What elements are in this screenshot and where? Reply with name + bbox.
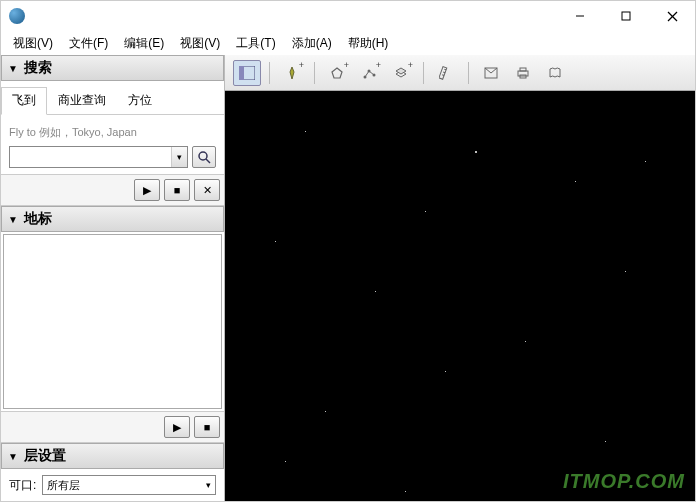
add-path-button[interactable]: + xyxy=(355,60,383,86)
print-icon xyxy=(516,66,530,80)
places-stop-button[interactable]: ■ xyxy=(194,416,220,438)
search-panel-header[interactable]: ▼ 搜索 xyxy=(1,55,224,81)
menu-view2[interactable]: 视图(V) xyxy=(172,33,228,54)
ruler-icon xyxy=(439,66,453,80)
app-icon xyxy=(9,8,25,24)
earth-viewport[interactable]: ITMOP.COM xyxy=(225,91,695,501)
flyto-label: Fly to 例如，Tokyo, Japan xyxy=(9,125,216,140)
svg-point-4 xyxy=(199,152,207,160)
places-play-button[interactable]: ▶ xyxy=(164,416,190,438)
svg-rect-12 xyxy=(439,66,447,79)
watermark: ITMOP.COM xyxy=(563,470,685,493)
print-button[interactable] xyxy=(509,60,537,86)
book-icon xyxy=(548,66,562,80)
layer-select-value: 所有层 xyxy=(47,478,80,493)
panel-icon xyxy=(239,66,255,80)
overlay-icon xyxy=(394,66,408,80)
menu-add[interactable]: 添加(A) xyxy=(284,33,340,54)
layers-panel-title: 层设置 xyxy=(24,447,66,465)
chevron-down-icon: ▾ xyxy=(206,480,211,490)
polygon-icon xyxy=(330,66,344,80)
add-overlay-button[interactable]: + xyxy=(387,60,415,86)
mail-icon xyxy=(484,67,498,79)
menu-help[interactable]: 帮助(H) xyxy=(340,33,397,54)
menu-file[interactable]: 文件(F) xyxy=(61,33,116,54)
svg-line-15 xyxy=(442,74,444,75)
web-button[interactable] xyxy=(541,60,569,86)
email-button[interactable] xyxy=(477,60,505,86)
collapse-icon: ▼ xyxy=(8,214,18,225)
add-polygon-button[interactable]: + xyxy=(323,60,351,86)
collapse-icon: ▼ xyxy=(8,63,18,74)
svg-rect-1 xyxy=(622,12,630,20)
tab-business[interactable]: 商业查询 xyxy=(47,87,117,114)
svg-rect-18 xyxy=(520,68,526,71)
flyto-dropdown-button[interactable]: ▾ xyxy=(171,147,187,167)
add-placemark-button[interactable]: + xyxy=(278,60,306,86)
menubar: 视图(V) 文件(F) 编辑(E) 视图(V) 工具(T) 添加(A) 帮助(H… xyxy=(1,31,695,55)
layer-visibility-label: 可口: xyxy=(9,477,36,494)
pin-icon xyxy=(285,66,299,80)
minimize-button[interactable] xyxy=(557,1,603,31)
layer-select[interactable]: 所有层 ▾ xyxy=(42,475,216,495)
menu-tools[interactable]: 工具(T) xyxy=(228,33,283,54)
search-icon xyxy=(197,150,211,164)
layers-panel-header[interactable]: ▼ 层设置 xyxy=(1,443,224,469)
svg-line-5 xyxy=(206,159,210,163)
ruler-button[interactable] xyxy=(432,60,460,86)
collapse-icon: ▼ xyxy=(8,451,18,462)
path-icon xyxy=(362,66,376,80)
svg-marker-8 xyxy=(332,68,342,78)
menu-edit[interactable]: 编辑(E) xyxy=(116,33,172,54)
places-panel-title: 地标 xyxy=(24,210,52,228)
sidebar: ▼ 搜索 飞到 商业查询 方位 Fly to 例如，Tokyo, Japan ▾… xyxy=(1,55,225,501)
maximize-button[interactable] xyxy=(603,1,649,31)
clear-button[interactable]: ✕ xyxy=(194,179,220,201)
places-panel-header[interactable]: ▼ 地标 xyxy=(1,206,224,232)
play-button[interactable]: ▶ xyxy=(134,179,160,201)
close-button[interactable] xyxy=(649,1,695,31)
stop-button[interactable]: ■ xyxy=(164,179,190,201)
search-button[interactable] xyxy=(192,146,216,168)
search-panel-title: 搜索 xyxy=(24,59,52,77)
svg-rect-7 xyxy=(239,66,244,80)
tab-flyto[interactable]: 飞到 xyxy=(1,87,47,115)
sidebar-toggle-button[interactable] xyxy=(233,60,261,86)
svg-line-13 xyxy=(444,69,446,70)
svg-line-14 xyxy=(443,71,445,72)
menu-view[interactable]: 视图(V) xyxy=(5,33,61,54)
tab-direction[interactable]: 方位 xyxy=(117,87,163,114)
toolbar: + + + + xyxy=(225,55,695,91)
places-tree[interactable] xyxy=(3,234,222,409)
flyto-input[interactable] xyxy=(10,147,171,167)
